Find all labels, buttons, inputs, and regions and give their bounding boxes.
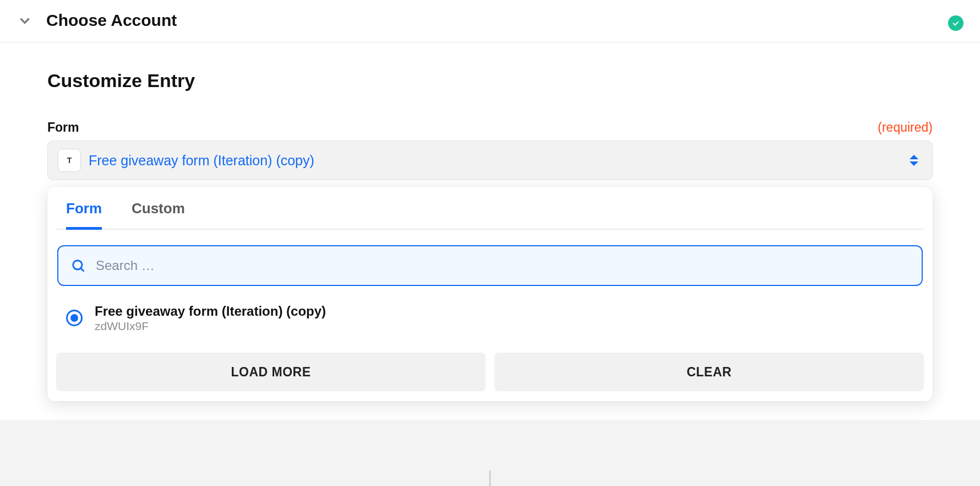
dropdown-button-row: LOAD MORE CLEAR — [56, 353, 924, 391]
typeform-icon: T — [58, 149, 81, 172]
form-dropdown-panel: Form Custom Free giveaway form (Iteratio… — [47, 187, 933, 401]
status-check-icon — [948, 15, 963, 31]
tab-form[interactable]: Form — [66, 200, 102, 230]
field-label: Form — [47, 120, 79, 135]
form-select-value: Free giveaway form (Iteration) (copy) — [89, 153, 314, 169]
svg-line-1 — [81, 268, 84, 272]
svg-point-0 — [73, 261, 82, 269]
customize-entry-section: Customize Entry Form (required) T Free g… — [0, 42, 980, 401]
chevron-down-icon[interactable] — [17, 12, 33, 29]
backdrop — [0, 420, 980, 486]
connector-line — [489, 471, 491, 486]
option-title: Free giveaway form (Iteration) (copy) — [95, 303, 326, 320]
clear-button[interactable]: CLEAR — [494, 353, 924, 391]
required-label: (required) — [878, 120, 933, 135]
dropdown-tabs: Form Custom — [56, 200, 924, 230]
option-subtitle: zdWUIx9F — [95, 320, 326, 333]
radio-selected-icon — [66, 310, 83, 326]
search-icon — [70, 258, 86, 273]
form-select[interactable]: T Free giveaway form (Iteration) (copy) — [47, 141, 933, 180]
choose-account-header[interactable]: Choose Account — [0, 0, 980, 42]
sort-icon — [909, 154, 919, 167]
field-label-row: Form (required) — [47, 120, 933, 135]
section-title: Customize Entry — [47, 70, 933, 91]
option-texts: Free giveaway form (Iteration) (copy) zd… — [95, 303, 326, 333]
search-input[interactable] — [96, 258, 910, 273]
form-option[interactable]: Free giveaway form (Iteration) (copy) zd… — [56, 295, 924, 343]
search-wrap — [57, 245, 923, 286]
search-box[interactable] — [57, 245, 923, 286]
header-title: Choose Account — [46, 11, 177, 30]
load-more-button[interactable]: LOAD MORE — [56, 353, 486, 391]
tab-custom[interactable]: Custom — [132, 200, 185, 230]
